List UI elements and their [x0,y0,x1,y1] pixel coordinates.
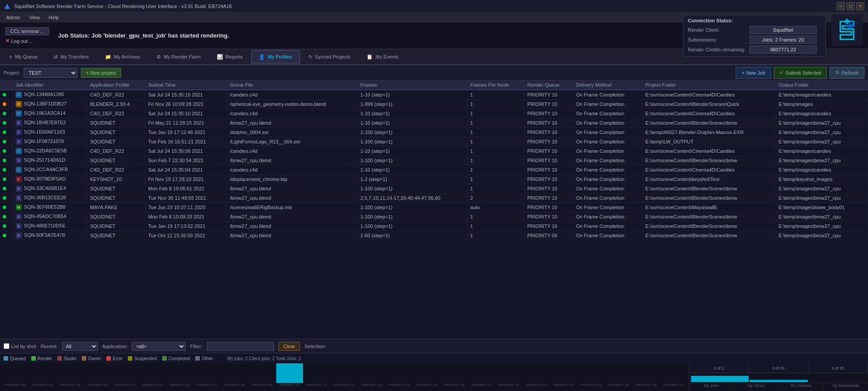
priority-label-23: PRIORITY 23 [632,383,659,391]
row-project-folder: E:\svn\sceneContent\BlenderScenes\bmw [642,212,775,222]
submit-selected-button[interactable]: ✓ Submit Selected [774,67,827,79]
ccl-terminal-button[interactable]: CCL terminal ... [5,27,49,35]
tab-my-reports[interactable]: 📊 Reports [209,50,251,63]
jobs-table: Job Identifier Application Profile Submi… [0,80,868,240]
menu-admin[interactable]: Admin [2,14,25,21]
job-status-text: Job Status: Job 'blender_gpu_test_job' h… [58,32,229,39]
title-bar-text: SquidNet Software Render Farm Service - … [14,4,232,9]
app-type-icon: M [16,204,22,210]
priority-bar-10 [276,363,303,383]
col-fpn[interactable]: Frames Per Node [468,80,525,90]
row-app-profile: SQUIDNET [87,231,145,240]
row-frames: 1-10 (step=1) [358,118,468,128]
menu-help[interactable]: Help [44,14,63,21]
new-project-button[interactable]: + New project [81,68,121,78]
table-row[interactable]: B SQN-13BF1DDB27 BLENDER_2.93.4 Fri Nov … [0,100,868,109]
tab-my-profiles[interactable]: 👤 My Profiles [251,50,299,63]
row-job-id: M SQN-3EF60E52B8 [13,203,87,212]
col-scene-file[interactable]: Scene File [227,80,358,90]
chart-legend: Queued Render Studio Owner Error Suspend… [0,353,868,363]
tab-my-render-farm[interactable]: ⚙ My Render Farm [149,50,208,63]
col-delivery[interactable]: Delivery Method [573,80,642,90]
list-by-shot-input[interactable] [4,343,9,349]
row-status-cell [0,184,13,193]
farm-icon: ⚙ [156,54,161,60]
row-queue: PRIORITY 10 [524,193,573,203]
tab-synced-projects[interactable]: ↻ Synced Projects [301,50,358,63]
table-row[interactable]: S SQN-50F3A7E478 SQUIDNET Tue Oct 12 15:… [0,231,868,240]
table-row[interactable]: C SQN-2CCA4AC3FB C4D_DEF_R22 Sat Jul 24 … [0,165,868,175]
row-project-folder: E:\svn\sceneContent\BlenderScenes\bmw [642,184,775,193]
table-row[interactable]: S SQN-45ADC70B54 SQUIDNET Mon Feb 8 10:0… [0,212,868,222]
row-fpn: 1 [468,137,525,147]
col-app-profile[interactable]: Application Profile [87,80,145,90]
refresh-button[interactable]: ↻ Refresh [830,67,864,79]
close-button[interactable]: ✕ [856,2,864,10]
table-row[interactable]: S SQN-480E710D5E SQUIDNET Tue Jan 19 17:… [0,222,868,231]
list-by-shot-checkbox[interactable]: List by shot [4,343,36,349]
tab-my-events[interactable]: 📋 My Events [359,50,406,63]
tab-my-archives[interactable]: 📁 My Archives [97,50,148,63]
connection-status-title: Connection Status: [688,18,821,23]
maximize-button[interactable]: □ [847,2,855,10]
refresh-label: Refresh [841,70,859,76]
row-fpn: 1 [468,156,525,165]
tab-my-transfers[interactable]: ⇄ My Transfers [46,50,97,63]
row-job-id: C SQN-22DA6C5E5B [13,147,87,156]
table-row[interactable]: S SQN-1E60AF1163 SQUIDNET Tue Jan 19 17:… [0,128,868,137]
col-submit-time[interactable]: Submit Time [145,80,227,90]
col-frames[interactable]: Frames [358,80,468,90]
events-icon: 📋 [367,54,373,60]
legend-completed: Completed [162,356,190,361]
col-queue[interactable]: Render Queue [524,80,573,90]
menu-view[interactable]: View [25,14,44,21]
application-select[interactable]: <all> [132,342,185,351]
minimize-button[interactable]: ─ [837,2,845,10]
table-row[interactable]: C SQN-13488A1395 C4D_DEF_R22 Sat Jul 24 … [0,90,868,100]
new-job-button[interactable]: + New Job [736,67,771,79]
project-select[interactable]: TEST [24,68,77,78]
tab-my-profiles-label: My Profiles [268,54,292,59]
table-row[interactable]: S SQN-1B4B7E87E2 SQUIDNET Fri May 21 11:… [0,118,868,128]
table-row[interactable]: S SQN-33CA06B1E4 SQUIDNET Mon Feb 8 10:0… [0,184,868,193]
app-type-icon: C [16,148,22,154]
app-logo-icon [4,3,11,10]
legend-owner: Owner [82,356,101,361]
col-project-folder[interactable]: Project Folder [642,80,775,90]
jobs-table-container[interactable]: Job Identifier Application Profile Submi… [0,80,868,339]
app-type-icon: S [16,129,22,135]
table-row[interactable]: K SQN-3079E9F5AD KEYSHOT_10 Fri Nov 19 1… [0,175,868,184]
priority-label-15: PRIORITY 15 [413,383,440,391]
recent-select[interactable]: All Last Week Last Month [62,342,98,351]
row-frames: 1-50 (step=1) [358,231,468,240]
legend-studio-label: Studio [63,356,76,361]
row-scene-file: /bmw27_cpu.blend [227,156,358,165]
row-app-profile: C4D_DEF_R22 [87,147,145,156]
col-output-folder[interactable]: Output Folder [775,80,868,90]
legend-render-label: Render [38,356,52,361]
table-row[interactable]: C SQN-22DA6C5E5B C4D_DEF_R22 Sat Jul 24 … [0,147,868,156]
table-row[interactable]: C SQN-1961A3CA14 C4D_DEF_R22 Sat Jul 24 … [0,109,868,118]
row-queue: PRIORITY 10 [524,184,573,193]
render-client-label: Render Client: [688,27,746,33]
table-row[interactable]: S SQN-36B13CEE28 SQUIDNET Tue Nov 30 11:… [0,193,868,203]
table-row[interactable]: M SQN-3EF60E52B8 MAYA-FAKE Tue Jun 23 10… [0,203,868,212]
submissions-label: Submissions: [688,37,746,42]
row-frames: 1-100 (step=1) [358,137,468,147]
row-delivery: On Frame Completion [573,137,642,147]
table-row[interactable]: S SQN-1F08721078 SQUIDNET Tue Feb 16 16:… [0,137,868,147]
row-job-id: C SQN-13488A1395 [13,90,87,100]
table-row[interactable]: S SQN-251714D61D SQUIDNET Sun Feb 7 22:3… [0,156,868,165]
clear-button[interactable]: Clear [278,342,300,351]
row-delivery: On Frame Completion [573,100,642,109]
row-queue: PRIORITY 10 [524,100,573,109]
app-type-icon: S [16,120,22,126]
filter-label: Filter: [190,344,202,349]
row-fpn: 1 [468,222,525,231]
row-submit-time: Fri May 21 11:28:15 2021 [145,118,227,128]
logout-dropdown-button[interactable]: ✕ Log out ... [5,38,49,44]
priority-label-4: PRIORITY 04 [111,383,138,391]
col-job-id[interactable]: Job Identifier [13,80,87,90]
tab-my-queue[interactable]: ≡ My Queue [2,50,45,63]
filter-input[interactable] [207,342,274,351]
